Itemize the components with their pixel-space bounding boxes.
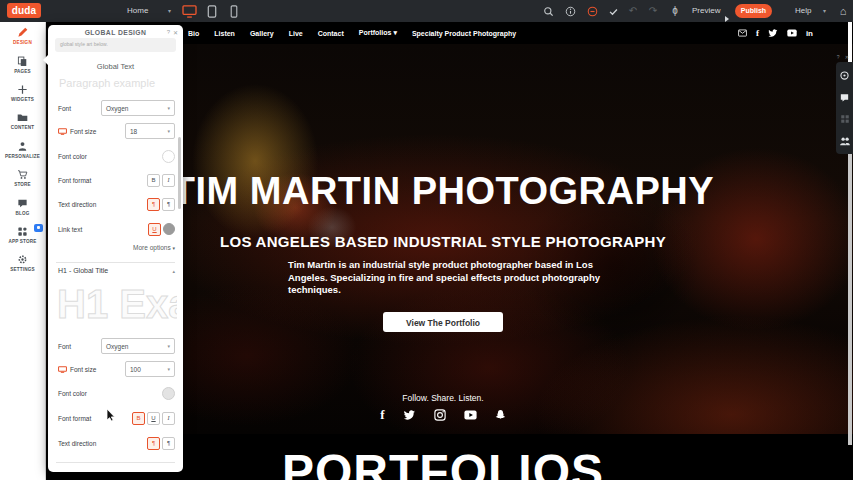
sidebar-item-design[interactable]: DESIGN	[0, 22, 45, 50]
nav-item-contact[interactable]: Contact	[318, 30, 344, 37]
panel-scrollbar[interactable]	[178, 137, 181, 209]
sidebar-item-blog[interactable]: BLOG	[0, 192, 45, 220]
sidebar-item-widgets[interactable]: WIDGETS	[0, 79, 45, 107]
site-nav-links: Bio Listen Gallery Live Contact Portfoli…	[188, 22, 516, 44]
h1-font-color-swatch[interactable]	[162, 387, 175, 400]
team-people-icon[interactable]	[839, 136, 851, 146]
facebook-icon[interactable]: f	[756, 28, 759, 38]
facebook-icon[interactable]: f	[380, 407, 384, 423]
view-portfolio-button[interactable]: View The Portfolio	[383, 312, 503, 332]
font-color-swatch[interactable]	[162, 150, 175, 163]
chevron-down-icon: ▾	[167, 105, 170, 111]
publish-button[interactable]: Publish	[735, 4, 772, 18]
desktop-view-icon[interactable]	[181, 4, 198, 18]
paragraph-style-preview: Paragraph example	[59, 77, 155, 89]
saved-check-icon[interactable]	[606, 4, 620, 18]
text-direction-label: Text direction	[58, 201, 96, 208]
panel-close-icon[interactable]: ✕	[173, 29, 178, 36]
dashboard-home-icon[interactable]: ⌂	[836, 4, 850, 18]
chevron-down-icon: ▾	[167, 366, 170, 372]
site-nav-social: f in	[738, 22, 813, 44]
font-format-label: Font format	[58, 177, 91, 184]
font-size-select[interactable]: 18▾	[125, 123, 175, 139]
link-text-label: Link text	[58, 226, 82, 233]
h1-italic-button[interactable]: I	[162, 412, 175, 425]
nav-item-bio[interactable]: Bio	[188, 30, 199, 37]
h1-bold-button[interactable]: B	[132, 412, 145, 425]
font-size-label: Font size	[58, 128, 96, 135]
sidebar-item-store[interactable]: STORE	[0, 164, 45, 192]
snapchat-icon[interactable]	[495, 409, 506, 421]
h1-style-preview: H1 Exa	[57, 277, 177, 331]
link-underline-button[interactable]: U	[148, 223, 161, 236]
collapse-chevron-icon[interactable]: ▴	[172, 268, 175, 274]
hero-paragraph[interactable]: Tim Martin is an industrial style produc…	[288, 259, 600, 297]
font-format-label: Font format	[58, 415, 91, 422]
direction-rtl-icon[interactable]: ¶	[162, 437, 175, 450]
sidebar-item-settings[interactable]: SETTINGS	[0, 249, 45, 277]
page-selector[interactable]: Home	[127, 0, 148, 22]
responsive-device-icon	[58, 366, 67, 373]
feedback-comment-icon[interactable]	[839, 93, 850, 103]
panel-help-icon[interactable]: ?	[167, 29, 170, 35]
h1-font-size-select[interactable]: 100▾	[125, 361, 175, 377]
comments-icon[interactable]	[585, 4, 599, 18]
italic-button[interactable]: I	[162, 174, 175, 187]
mouse-cursor	[106, 408, 117, 423]
undo-icon[interactable]: ↶	[626, 4, 640, 18]
dev-mode-icon[interactable]: ɸ	[668, 4, 682, 18]
nav-item-portfolios[interactable]: Portfolios▾	[359, 29, 397, 37]
sidebar-item-label: PAGES	[14, 69, 31, 74]
page-selector-chevron-icon[interactable]: ▾	[168, 0, 171, 22]
email-icon[interactable]	[738, 29, 747, 37]
instagram-icon[interactable]	[434, 409, 446, 421]
tour-target-icon[interactable]	[839, 70, 850, 81]
rtoolbar-help-icon[interactable]: ?	[837, 54, 842, 60]
h1-section-header[interactable]: H1 - Global Title ▴	[58, 267, 175, 274]
font-size-label: Font size	[58, 366, 96, 373]
personalize-person-icon	[17, 141, 28, 152]
bold-button[interactable]: B	[147, 174, 160, 187]
nav-item-gallery[interactable]: Gallery	[250, 30, 274, 37]
sections-grid-icon[interactable]	[840, 114, 850, 124]
linkedin-icon[interactable]: in	[806, 29, 813, 38]
sidebar-item-label: WIDGETS	[11, 97, 34, 102]
sidebar-item-content[interactable]: CONTENT	[0, 107, 45, 135]
help-chevron-icon[interactable]: ▾	[823, 0, 826, 22]
direction-ltr-icon[interactable]: ¶	[147, 437, 160, 450]
h1-underline-button[interactable]: U	[147, 412, 160, 425]
twitter-icon[interactable]	[403, 410, 416, 421]
preview-button[interactable]: Preview	[692, 0, 720, 22]
sidebar-item-label: BLOG	[15, 211, 29, 216]
sidebar-item-pages[interactable]: PAGES	[0, 50, 45, 78]
direction-ltr-icon[interactable]: ¶	[147, 198, 160, 211]
rtoolbar-close-icon[interactable]: ✕	[845, 54, 851, 60]
direction-rtl-icon[interactable]: ¶	[162, 198, 175, 211]
link-color-swatch[interactable]	[163, 223, 175, 235]
duda-logo[interactable]: duda	[7, 3, 41, 18]
youtube-icon[interactable]	[787, 29, 797, 37]
font-select[interactable]: Oxygen▾	[101, 100, 175, 116]
sidebar-item-label: STORE	[14, 182, 31, 187]
more-options-link[interactable]: More options ▾	[133, 244, 175, 251]
sidebar-item-label: CONTENT	[11, 125, 35, 130]
preview-play-icon[interactable]	[725, 8, 729, 26]
nav-item-live[interactable]: Live	[289, 30, 303, 37]
nav-item-specialty[interactable]: Specialty Product Photography	[412, 30, 516, 37]
mobile-view-icon[interactable]	[227, 4, 241, 18]
sidebar-item-app-store[interactable]: APP STORE	[0, 221, 45, 249]
youtube-icon[interactable]	[464, 410, 477, 420]
top-bar: duda Home ▾ ↶ ↷ ɸ Preview Publish Help ▾…	[0, 0, 853, 22]
help-menu[interactable]: Help	[795, 0, 811, 22]
font-label: Font	[58, 343, 71, 350]
redo-icon[interactable]: ↷	[646, 4, 660, 18]
sidebar-item-personalize[interactable]: PERSONALIZE	[0, 136, 45, 164]
info-icon[interactable]	[563, 4, 577, 18]
nav-item-listen[interactable]: Listen	[214, 30, 235, 37]
search-icon[interactable]	[541, 4, 555, 18]
tablet-view-icon[interactable]	[205, 4, 219, 18]
right-floating-toolbar	[836, 62, 853, 154]
text-direction-label: Text direction	[58, 440, 96, 447]
twitter-icon[interactable]	[768, 29, 778, 38]
h1-font-select[interactable]: Oxygen▾	[101, 338, 175, 354]
